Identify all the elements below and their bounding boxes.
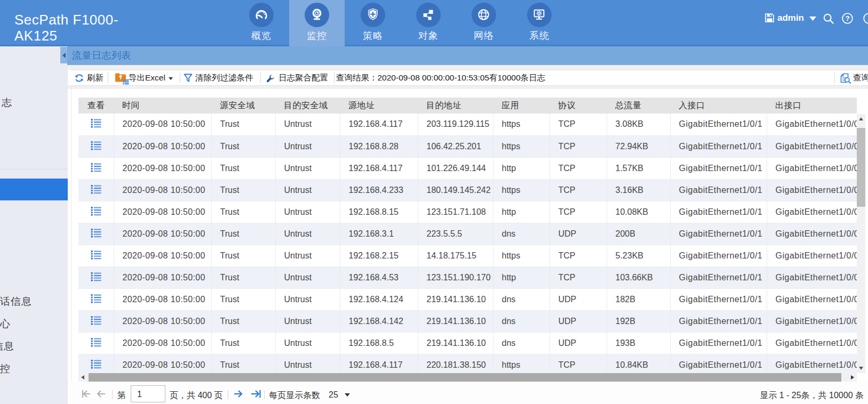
svg-text:?: ?	[845, 14, 849, 22]
